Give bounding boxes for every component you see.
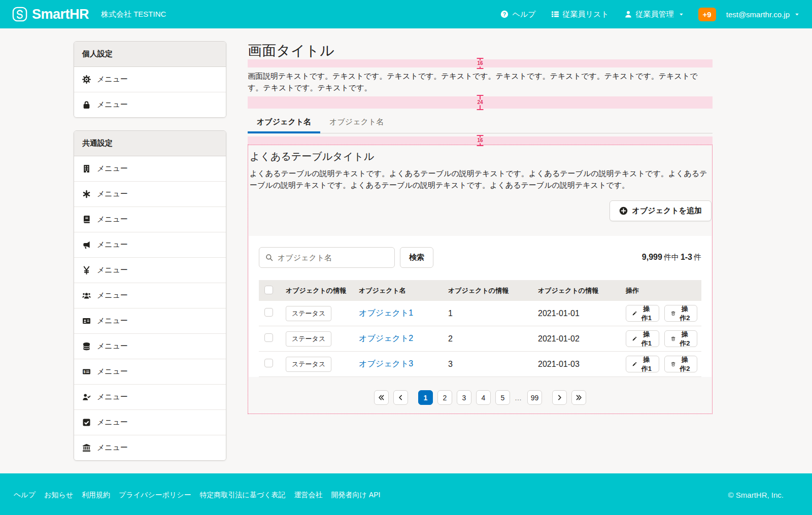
pencil-icon — [632, 361, 637, 367]
pagination-page-99[interactable]: 99 — [527, 390, 542, 405]
name-cell: オブジェクト2 — [359, 333, 448, 344]
chevron-right-icon — [556, 394, 563, 401]
row-action-button[interactable]: 操作2 — [664, 330, 698, 347]
list-icon — [551, 10, 559, 18]
section-title: よくあるテーブルタイトル — [249, 150, 712, 163]
footer-link[interactable]: 運営会社 — [294, 491, 323, 500]
chevrons-right-icon — [576, 394, 582, 401]
footer-links: ヘルプお知らせ利用規約プライバシーポリシー特定商取引法に基づく表記運営会社開発者… — [14, 491, 380, 500]
chevron-left-icon — [397, 394, 404, 401]
main-content: 画面タイトル 16 画面説明テキストです。テキストです。テキストです。テキストで… — [248, 28, 713, 473]
row-action-button[interactable]: 操作1 — [626, 305, 659, 322]
bullhorn-icon — [82, 241, 91, 249]
row-action-button[interactable]: 操作2 — [664, 305, 698, 322]
sidebar-menu-item[interactable]: メニュー — [74, 384, 226, 409]
add-object-button[interactable]: オブジェクトを追加 — [610, 200, 712, 221]
select-all-checkbox[interactable] — [264, 286, 273, 294]
pagination-first-button[interactable] — [374, 390, 389, 405]
page-description: 画面説明テキストです。テキストです。テキストです。テキストです。テキストです。テ… — [248, 70, 713, 94]
column-header: オブジェクト名 — [359, 286, 448, 295]
row-checkbox[interactable] — [264, 333, 273, 342]
object-date-cell: 2021-01-03 — [538, 360, 626, 369]
app-header: SmartHR 株式会社 TESTINC ? ヘルプ 従業員リスト 従業員管理 … — [0, 0, 812, 28]
table-section: よくあるテーブルタイトル よくあるテーブルの説明テキストです。よくあるテーブルの… — [248, 145, 713, 415]
footer-link[interactable]: お知らせ — [44, 491, 73, 500]
trash-icon — [671, 361, 675, 367]
footer-link[interactable]: プライバシーポリシー — [119, 491, 191, 500]
object-link[interactable]: オブジェクト3 — [359, 359, 413, 368]
tab-2[interactable]: オブジェクト名 — [320, 113, 393, 133]
footer-link[interactable]: ヘルプ — [14, 491, 36, 500]
lock-icon — [82, 100, 91, 109]
object-info-cell: 3 — [448, 360, 538, 369]
tab-1-active[interactable]: オブジェクト名 — [248, 113, 320, 133]
account-menu[interactable]: test@smarthr.co.jp — [726, 10, 800, 19]
footer-link[interactable]: 特定商取引法に基づく表記 — [200, 491, 286, 500]
row-action-button[interactable]: 操作1 — [626, 330, 659, 347]
header-nav-item[interactable]: 従業員リスト — [551, 10, 609, 19]
sidebar-menu-item[interactable]: メニュー — [74, 92, 226, 117]
section-description: よくあるテーブルの説明テキストです。よくあるテーブルの説明テキストです。よくある… — [249, 167, 712, 191]
notification-count-badge[interactable]: +9 — [698, 8, 716, 21]
sidebar-menu-item[interactable]: メニュー — [74, 409, 226, 435]
id-card-icon — [82, 317, 91, 325]
sidebar-menu-item[interactable]: メニュー — [74, 283, 226, 308]
count-unit: 件 — [694, 253, 701, 261]
trash-icon — [671, 310, 675, 317]
pagination-last-button[interactable] — [571, 390, 586, 405]
sidebar-menu-item[interactable]: メニュー — [74, 333, 226, 359]
search-input[interactable] — [278, 253, 388, 262]
row-select-cell — [259, 308, 286, 319]
smarthr-logo[interactable]: SmartHR — [12, 7, 89, 22]
pagination-page-3[interactable]: 3 — [457, 390, 471, 405]
search-button[interactable]: 検索 — [400, 247, 433, 268]
sidebar-section: 共通設定 メニュー メニュー メニュー メニュー メニュー メニュー メニュー … — [74, 130, 226, 461]
header-nav-item[interactable]: ? ヘルプ — [500, 10, 535, 19]
sidebar-menu-item[interactable]: メニュー — [74, 308, 226, 333]
row-checkbox[interactable] — [264, 359, 273, 367]
sidebar-menu-item[interactable]: メニュー — [74, 156, 226, 181]
pagination-page-2[interactable]: 2 — [437, 390, 452, 405]
footer-link[interactable]: 開発者向け API — [331, 491, 381, 500]
object-info-cell: 1 — [448, 309, 538, 318]
pagination-page-5[interactable]: 5 — [495, 390, 510, 405]
table-row: ステータス オブジェクト1 1 2021-01-01 操作1 操作2 — [259, 301, 701, 326]
row-action-button[interactable]: 操作1 — [626, 356, 659, 372]
column-header: オブジェクトの情報 — [286, 286, 359, 295]
object-search-box[interactable] — [259, 247, 395, 268]
check-square-icon — [82, 418, 91, 427]
object-table: オブジェクトの情報オブジェクト名オブジェクトの情報オブジェクトの情報操作 ステー… — [259, 280, 701, 377]
trash-icon — [671, 335, 675, 342]
header-nav-item[interactable]: 従業員管理 — [624, 10, 684, 19]
page-body: 個人設定 メニュー メニュー 共通設定 メニュー メニュー メニュー メニュー … — [0, 28, 812, 473]
sidebar-menu-item[interactable]: メニュー — [74, 257, 226, 283]
pagination-prev-button[interactable] — [393, 390, 408, 405]
sidebar-menu-item[interactable]: メニュー — [74, 67, 226, 92]
column-header: オブジェクトの情報 — [448, 286, 538, 295]
object-link[interactable]: オブジェクト2 — [359, 334, 413, 342]
sidebar-menu-item[interactable]: $ メニュー — [74, 359, 226, 384]
column-header: オブジェクトの情報 — [538, 286, 626, 295]
book-icon — [82, 215, 91, 224]
sidebar-menu-item[interactable]: メニュー — [74, 232, 226, 257]
column-header: 操作 — [626, 286, 701, 295]
footer-link[interactable]: 利用規約 — [82, 491, 110, 500]
sidebar-section-title: 個人設定 — [74, 42, 226, 67]
measure-label: 24 — [476, 99, 484, 106]
status-badge: ステータス — [286, 306, 331, 321]
sidebar-menu-list: メニュー メニュー メニュー メニュー メニュー メニュー メニュー メニュー … — [74, 156, 226, 460]
spacing-annotation-16: 16 — [248, 136, 713, 145]
sidebar-menu-item[interactable]: メニュー — [74, 181, 226, 207]
pagination-next-button[interactable] — [552, 390, 567, 405]
object-date-cell: 2021-01-02 — [538, 334, 626, 344]
sidebar-menu-item[interactable]: メニュー — [74, 435, 226, 460]
pagination-page-1[interactable]: 1 — [418, 390, 433, 405]
sidebar-menu-item[interactable]: メニュー — [74, 207, 226, 232]
row-action-button[interactable]: 操作2 — [664, 356, 698, 372]
status-badge: ステータス — [286, 331, 331, 347]
pagination-page-4[interactable]: 4 — [476, 390, 491, 405]
row-checkbox[interactable] — [264, 308, 273, 317]
sidebar-section-title: 共通設定 — [74, 131, 226, 156]
table-body: ステータス オブジェクト1 1 2021-01-01 操作1 操作2 ステータス… — [259, 301, 701, 377]
object-link[interactable]: オブジェクト1 — [359, 308, 413, 317]
